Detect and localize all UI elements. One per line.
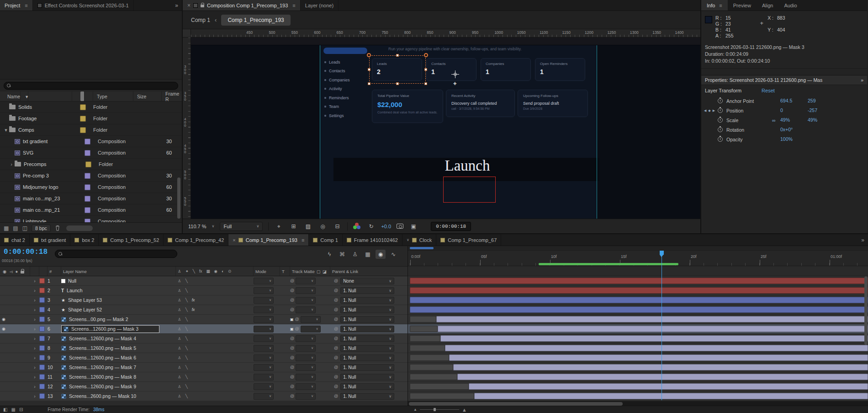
grid-guides-icon[interactable]: ⊞: [289, 222, 298, 231]
layer-switches[interactable]: ♙╲: [176, 327, 254, 331]
toggle-modes-icon[interactable]: ▦: [11, 407, 15, 412]
resolution-select[interactable]: Full ∨: [220, 222, 263, 231]
track-matte-dropdown[interactable]: ∨: [296, 364, 316, 371]
breadcrumb-current[interactable]: Comp 1_Precomp_193: [221, 15, 290, 26]
time-ruler[interactable]: 0:00f05f10f15f20f25f01:00f: [408, 251, 868, 266]
track-matte-dropdown[interactable]: ∨: [296, 393, 316, 400]
expand-caret-icon[interactable]: ▾: [3, 127, 9, 133]
track-matte-dropdown[interactable]: ∨: [296, 278, 316, 284]
mask-visibility-icon[interactable]: ◎: [318, 222, 327, 231]
keyframe-nav[interactable]: ◀ ◆ ▶: [704, 109, 718, 113]
scrollbar-thumb[interactable]: [864, 276, 868, 345]
quality-toggle-icon[interactable]: ╲: [185, 307, 188, 312]
mask-outline[interactable]: [443, 177, 496, 203]
zoom-slider-thumb[interactable]: [434, 408, 436, 411]
layer-name-cell[interactable]: Screens...12600.png — Mask 4: [61, 336, 176, 341]
layer-track[interactable]: [408, 353, 868, 363]
stopwatch-icon[interactable]: [718, 98, 723, 103]
column-t[interactable]: T: [280, 267, 290, 276]
parent-dropdown[interactable]: 1. Null∨: [340, 364, 394, 371]
properties-header[interactable]: Properties: Screenshot 2026-03-11 212600…: [701, 75, 867, 85]
timeline-tab[interactable]: Comp 1_Precomp_67: [436, 234, 501, 246]
layer-row[interactable]: ›7Screens...12600.png — Mask 4♙╲∨@∨@1. N…: [0, 334, 408, 343]
label-color[interactable]: [85, 139, 90, 145]
timeline-zoom-slider[interactable]: ▲ ▲: [413, 407, 467, 413]
label-color[interactable]: [80, 116, 86, 122]
selection-handle[interactable]: [396, 54, 399, 57]
tab-preview[interactable]: Preview: [728, 0, 757, 11]
layer-row[interactable]: ›9Screens...12600.png — Mask 6♙╲∨@∨@1. N…: [0, 353, 408, 363]
layer-switches[interactable]: ♙╲: [176, 394, 254, 398]
parent-pickwhip-icon[interactable]: @: [334, 355, 338, 360]
layer-track[interactable]: [408, 295, 868, 305]
parent-dropdown[interactable]: None∨: [340, 278, 394, 284]
column-parent-link[interactable]: Parent & Link: [330, 267, 408, 276]
caret-down-icon[interactable]: ∨: [407, 238, 409, 242]
expand-caret-icon[interactable]: ›: [30, 307, 39, 312]
view-layout-icon[interactable]: ⊟: [333, 222, 342, 231]
shy-toggle-icon[interactable]: ♙: [178, 327, 181, 331]
region-of-interest-icon[interactable]: ⌖: [274, 222, 283, 231]
layer-duration-bar[interactable]: [436, 316, 868, 322]
parent-pickwhip-icon[interactable]: @: [334, 346, 338, 350]
track-matte-dropdown[interactable]: ∨: [301, 326, 321, 333]
expand-caret-icon[interactable]: ›: [30, 355, 39, 360]
matte-pickwhip-icon[interactable]: @: [290, 375, 294, 379]
column-mode[interactable]: Mode: [254, 267, 280, 276]
label-color[interactable]: [85, 219, 90, 223]
layer-name-cell[interactable]: ★Shape Layer 52: [61, 307, 176, 312]
layer-label-color[interactable]: [39, 288, 45, 293]
layer-switches[interactable]: ♙╲: [176, 346, 254, 350]
time-navigator[interactable]: [408, 246, 868, 251]
shy-toggle-icon[interactable]: ♙: [178, 317, 181, 322]
exposure-reset-icon[interactable]: ↻: [366, 222, 376, 231]
layer-switches[interactable]: ♙╲fx: [176, 307, 254, 312]
mode-dropdown[interactable]: ∨: [254, 326, 274, 333]
layer-selection-outline[interactable]: [369, 55, 426, 84]
timeline-search[interactable]: [55, 250, 177, 258]
project-row[interactable]: main co...mp_23Composition30: [0, 193, 182, 204]
layer-name-edit-box[interactable]: Screens...12600.png — Mask 3: [61, 325, 159, 333]
panel-menu-icon[interactable]: ≡: [25, 3, 27, 8]
channels-icon[interactable]: [353, 223, 361, 230]
project-search[interactable]: [4, 82, 178, 90]
label-color[interactable]: [85, 161, 91, 167]
label-color[interactable]: [80, 127, 86, 133]
track-matte-dropdown[interactable]: ∨: [296, 335, 316, 342]
current-time-indicator[interactable]: [662, 251, 662, 400]
show-snapshot-icon[interactable]: ▣: [409, 222, 418, 231]
layer-row[interactable]: ›3★Shape Layer 53♙╲fx∨@∨@1. Null∨: [0, 295, 408, 305]
scrollbar-thumb[interactable]: [409, 402, 623, 406]
layer-duration-bar[interactable]: [449, 354, 868, 361]
layer-label-color[interactable]: [39, 374, 45, 380]
layer-bar-trimmed[interactable]: [410, 374, 457, 380]
toggle-switches-icon[interactable]: ◧: [3, 407, 7, 412]
track-matte-dropdown[interactable]: ∨: [296, 374, 316, 381]
selection-handle[interactable]: [424, 82, 427, 85]
layer-bar-trimmed[interactable]: [410, 345, 445, 351]
layer-label-color[interactable]: [39, 316, 45, 322]
timeline-tab[interactable]: ×Comp 1_Precomp_193≡: [228, 234, 309, 246]
panel-overflow-icon[interactable]: »: [861, 77, 863, 83]
layer-label-color[interactable]: [39, 307, 45, 312]
project-row[interactable]: main co...mp_21Composition60: [0, 204, 182, 216]
shy-toggle-icon[interactable]: ♙: [178, 375, 181, 379]
column-frame-rate[interactable]: Frame R: [162, 91, 182, 101]
mode-dropdown[interactable]: ∨: [254, 316, 274, 323]
layer-row[interactable]: ◉›5Screens...00.png — Mask 2♙╲∨▣@∨@1. Nu…: [0, 315, 408, 324]
toggle-inout-icon[interactable]: ⊟: [19, 407, 23, 412]
trash-icon[interactable]: [55, 225, 60, 231]
track-matte-dropdown[interactable]: ∨: [296, 306, 316, 313]
layer-track[interactable]: [408, 315, 868, 324]
panel-menu-icon[interactable]: ≡: [302, 237, 304, 243]
property-value[interactable]: -257: [808, 107, 835, 113]
tab-layer-viewer[interactable]: Layer (none): [301, 0, 339, 11]
zoom-out-icon[interactable]: ▲: [413, 408, 417, 412]
playhead-handle[interactable]: [660, 251, 664, 255]
shy-toggle-icon[interactable]: ♙: [178, 288, 181, 293]
stopwatch-icon[interactable]: [718, 108, 723, 113]
property-value[interactable]: 259: [808, 98, 835, 104]
project-row[interactable]: FootageFolder: [0, 113, 182, 124]
layer-switches[interactable]: ♙╲: [176, 375, 254, 379]
snapshot-camera-icon[interactable]: [397, 224, 403, 229]
